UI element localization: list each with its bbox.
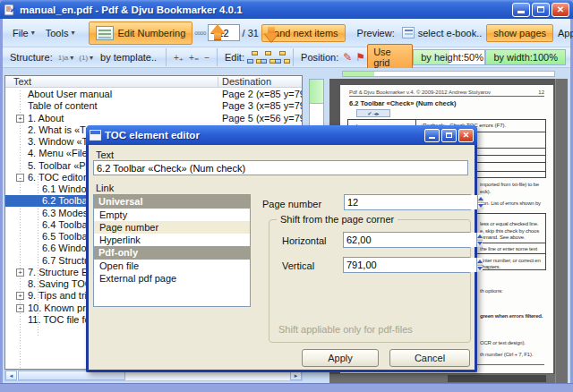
edit-position-pen-icon[interactable]: ✎ [341,51,354,64]
minimize-button[interactable] [512,3,530,17]
expand-icon[interactable]: + [16,115,24,123]
dialog-minimize-button[interactable] [424,129,440,142]
position-flag-icon[interactable]: ⚑ [354,51,367,64]
spin-up-button[interactable] [477,233,483,240]
pdf-toolbar-figure: ✔·◂▸ [356,109,390,117]
tree-item-destination: Page 2 (x=85 y=791) [222,89,303,100]
page-number-spinner[interactable] [344,194,471,210]
app-icon [4,4,16,16]
tree-row[interactable]: About User manualPage 2 (x=85 y=791) [5,89,302,100]
preview-text-fragment: imported from txt-file) to be [480,182,552,187]
tree-item-destination: Page 3 (x=85 y=791) [222,100,303,112]
expand-icon[interactable]: + [16,292,24,300]
window-title: manual_en.pdf - Pdf & Djvu Bookmarker 4.… [20,4,512,15]
apply-position-button[interactable]: Apply position▾ [553,25,573,41]
dialog-titlebar[interactable]: TOC element editor ✕ [86,125,477,145]
dialog-close-button[interactable]: ✕ [458,129,474,142]
pdf-page-number: 12 [538,89,544,95]
column-divider[interactable] [218,77,218,87]
add-equal-button[interactable]: +₌ [186,52,201,64]
numbering-style-dropdown-2[interactable]: (1)▾ [76,53,96,63]
add-item-button[interactable]: +₊ [171,52,186,64]
vertical-value[interactable] [344,258,476,272]
ebook-icon [402,27,415,38]
link-type-option[interactable]: Empty [94,209,250,221]
numbering-style-dropdown[interactable]: 1)a▾ [56,53,77,63]
tree-item-label: 1. About [28,113,64,124]
separator [166,48,167,66]
edit-numbering-button[interactable]: Edit Numbering [89,21,192,45]
link-type-option[interactable]: Page number [94,221,250,234]
spin-down-button[interactable] [478,202,483,210]
column-header-destination[interactable]: Destination [222,76,271,87]
horizontal-spinner[interactable] [343,232,470,248]
spin-down-button[interactable] [477,240,483,248]
tree-row[interactable]: +1. AboutPage 5 (x=56 y=799) [5,113,302,124]
separator [293,48,294,66]
tree-item-label: 6. TOC editor [28,172,87,183]
tree-row[interactable]: Table of contentPage 3 (x=85 y=791) [5,100,302,112]
cancel-button[interactable]: Cancel [389,349,470,367]
scrollbar-thumb[interactable] [448,375,546,382]
tree-item-destination: Page 5 (x=56 y=799) [222,113,303,124]
preview-text-fragment: tton. List of errors shown by [480,200,552,206]
shift-group-title: Shift from the page corner [277,214,398,225]
horizontal-label: Horizontal [282,235,327,246]
tree-item-label: About User manual [28,89,112,100]
horizontal-value[interactable] [344,233,476,247]
link-type-option[interactable]: External pdf page [94,272,250,285]
apply-button[interactable]: Apply [302,349,379,367]
tree-column-headers[interactable]: Text Destination [5,76,302,88]
structure-demote-icon[interactable] [261,51,274,64]
vertical-label: Vertical [282,260,314,271]
link-type-option[interactable]: Hyperlink [94,234,250,246]
expand-icon[interactable]: + [16,268,24,277]
titlebar[interactable]: manual_en.pdf - Pdf & Djvu Bookmarker 4.… [0,0,573,19]
expand-icon[interactable]: + [16,304,24,312]
position-label: Position: [301,52,338,63]
column-header-text[interactable]: Text [13,76,31,87]
remove-item-button[interactable]: − [201,52,212,64]
maximize-button[interactable] [532,3,550,17]
shift-groupbox: Shift from the page corner Horizontal Ve… [269,219,471,343]
by-width-button[interactable]: by width:100% [485,49,566,65]
preview-horizontal-scrollbar[interactable] [329,374,555,383]
preview-text-fragment: eck). [480,189,552,194]
preview-progress-bar [342,71,555,77]
link-type-list[interactable]: UniversalEmptyPage numberHyperlinkPdf-on… [93,194,251,307]
page-number-label: Page number [262,199,321,209]
spin-up-button[interactable] [477,258,483,265]
collapse-icon[interactable]: - [16,174,24,182]
by-height-button[interactable]: by height:50% [413,49,485,65]
pdf-page-header: Pdf & Djvu Bookmarker v.4. © 2009-2012 A… [349,89,544,97]
separator [217,48,218,66]
chevron-down-icon: ▾ [71,29,74,37]
preview-text-fragment: less or equal checked line. [480,221,552,226]
close-button[interactable]: ✕ [552,3,569,17]
structure-promote-icon[interactable] [247,51,261,64]
preview-vertical-scrollbar[interactable] [555,79,568,383]
spin-up-button[interactable] [478,195,483,202]
tree-item-label: 8. Saving TOC [28,278,92,290]
use-grid-button[interactable]: Use grid [367,44,413,71]
by-template-button[interactable]: by template.. [96,49,161,65]
link-pages-icon[interactable]: ∞∞ [192,28,207,38]
file-menu[interactable]: File▾ [7,26,40,40]
dialog-title: TOC element editor [105,130,423,141]
preview-text-fragment: Enter number, or correct en [480,258,552,263]
link-type-option[interactable]: Open file [94,260,250,272]
structure-move-icon[interactable] [275,51,288,64]
scroll-left-icon[interactable]: ◂ [5,371,17,380]
main-toolbar: File▾ Tools▾ Edit Numbering ∞∞ / 31 ..an… [3,19,570,47]
spin-down-button[interactable] [477,265,483,273]
select-ebook-button[interactable]: select e-book.. [398,24,487,41]
toc-text-input[interactable] [93,160,468,175]
dialog-icon [90,130,101,141]
vertical-spinner[interactable] [343,257,470,273]
tools-menu[interactable]: Tools▾ [40,26,81,40]
numbering-list-icon [96,26,114,40]
dialog-maximize-button[interactable] [441,129,457,142]
show-pages-button[interactable]: show pages [486,24,553,42]
preview-text-fragment: chapters. [480,264,552,269]
page-number-value[interactable] [345,195,477,209]
